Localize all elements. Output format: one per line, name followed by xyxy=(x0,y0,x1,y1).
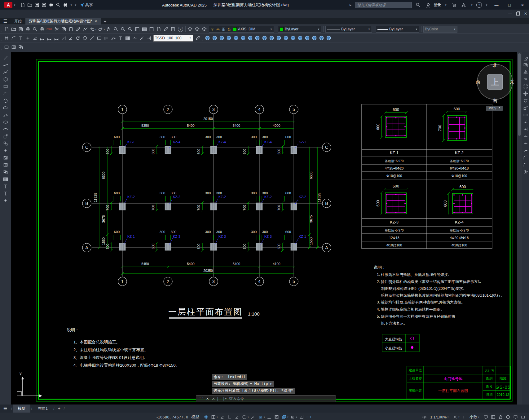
scrollbar-thumb[interactable] xyxy=(518,53,521,136)
signin-caret-icon[interactable]: ▼ xyxy=(444,4,447,7)
trim-icon[interactable] xyxy=(522,119,529,126)
layer-on-bulb-icon[interactable] xyxy=(210,27,215,31)
tssd-door-icon[interactable] xyxy=(225,35,232,42)
layer-dropdown-caret-icon[interactable]: ▼ xyxy=(270,28,272,31)
stretch-icon[interactable] xyxy=(522,112,529,118)
text-style-icon[interactable] xyxy=(2,190,9,197)
print-icon[interactable] xyxy=(62,2,69,8)
object-snap-2d-caret-icon[interactable]: ▼ xyxy=(263,416,265,418)
grid-icon[interactable] xyxy=(202,414,210,420)
tab-close-icon[interactable]: ✕ xyxy=(95,20,97,23)
point-style-icon[interactable] xyxy=(2,197,9,204)
tssd-paste-icon[interactable] xyxy=(218,35,225,42)
angle-axis-icon[interactable] xyxy=(31,35,38,42)
isolate-objects-icon[interactable] xyxy=(504,414,512,420)
undo-caret-icon[interactable]: ▼ xyxy=(95,28,97,30)
dynamic-input-icon[interactable] xyxy=(305,414,312,420)
join-icon[interactable] xyxy=(522,147,529,154)
explode-icon[interactable] xyxy=(522,169,529,175)
array-icon[interactable] xyxy=(522,83,529,90)
move-icon[interactable] xyxy=(522,90,529,97)
command-customize-icon[interactable] xyxy=(211,397,215,401)
command-recent-caret-icon[interactable]: ▼ xyxy=(225,398,227,400)
search-input[interactable] xyxy=(355,2,412,8)
plot-preview-icon[interactable] xyxy=(31,26,38,33)
lineweight-display-icon[interactable] xyxy=(265,414,273,420)
tssd-scale-caret-icon[interactable]: ▼ xyxy=(189,37,192,39)
command-close-icon[interactable]: ✕ xyxy=(206,397,209,401)
sheet-set-manager-icon[interactable] xyxy=(155,26,162,33)
paste-icon[interactable] xyxy=(67,26,74,33)
properties-icon[interactable] xyxy=(134,26,141,33)
new-icon[interactable] xyxy=(3,26,10,33)
vertical-scrollbar[interactable] xyxy=(517,52,522,405)
match-properties-icon[interactable] xyxy=(74,26,82,33)
dynamic-ucs-icon[interactable] xyxy=(298,414,305,420)
design-center-icon[interactable] xyxy=(141,26,148,33)
tssd-scale-dropdown[interactable]: TSSD_100_100 ▼ xyxy=(153,35,193,42)
tssd-brush-icon[interactable] xyxy=(194,35,201,42)
extend-icon[interactable] xyxy=(522,126,529,133)
tssd-copy-icon[interactable] xyxy=(211,35,218,42)
hatch-icon[interactable] xyxy=(2,154,9,161)
tssd-export-icon[interactable] xyxy=(325,35,332,42)
layer-properties-icon[interactable] xyxy=(187,26,194,33)
polyline-icon[interactable] xyxy=(2,69,9,76)
autodesk-caret-icon[interactable]: ▼ xyxy=(470,4,473,7)
layer-dropdown[interactable]: AXIS_DIM ▼ xyxy=(209,26,274,33)
infer-constraints-icon[interactable] xyxy=(218,414,226,420)
lineweight-dropdown[interactable]: ByLayer ▼ xyxy=(376,26,419,33)
save-as-icon[interactable] xyxy=(41,2,48,8)
quick-properties-icon[interactable] xyxy=(489,414,497,420)
workspace-caret-icon[interactable]: ▼ xyxy=(458,416,460,418)
layout-menu-icon[interactable]: ☰ xyxy=(0,405,11,412)
help-icon[interactable]: ? xyxy=(178,27,183,32)
app-store-cart-icon[interactable] xyxy=(450,2,457,8)
insert-block-icon[interactable] xyxy=(2,133,9,140)
spline-icon[interactable] xyxy=(2,112,9,118)
rectangle-icon[interactable] xyxy=(2,83,9,90)
batch-plot-icon[interactable] xyxy=(38,26,46,33)
search-icon[interactable] xyxy=(414,2,421,8)
linetype-dropdown-caret-icon[interactable]: ▼ xyxy=(368,28,370,31)
arc-icon[interactable] xyxy=(2,90,9,97)
region-icon[interactable] xyxy=(2,169,9,175)
ellipse-icon[interactable] xyxy=(2,119,9,126)
view-compass[interactable]: 北 西 东 南 上 xyxy=(476,62,514,103)
application-menu-button[interactable]: A xyxy=(4,2,12,8)
redo-caret-icon[interactable]: ▼ xyxy=(103,28,105,30)
close-button[interactable]: ✕ xyxy=(516,0,529,10)
compass-east-label[interactable]: 东 xyxy=(510,79,514,85)
offset-icon[interactable] xyxy=(522,76,529,83)
share-button[interactable]: 共享 xyxy=(80,2,93,8)
revision-cloud-icon[interactable] xyxy=(2,104,9,111)
table-icon[interactable] xyxy=(2,176,9,183)
model-space-button[interactable]: 模型 xyxy=(188,414,202,420)
hamburger-menu-icon[interactable]: ☰ xyxy=(0,18,11,24)
transparency-icon[interactable] xyxy=(273,414,280,420)
dim-linear-icon[interactable] xyxy=(38,35,46,42)
snap-mode-caret-icon[interactable]: ▼ xyxy=(216,416,218,418)
dim-radius-icon[interactable] xyxy=(74,35,81,42)
command-input-prompt[interactable]: 键入命令 xyxy=(229,396,244,401)
new-layout-button[interactable]: ＋ xyxy=(55,406,63,411)
fillet-icon[interactable] xyxy=(522,161,529,168)
annotation-visibility-icon[interactable] xyxy=(421,414,428,420)
signin-button[interactable]: 登录 xyxy=(434,2,441,8)
annotation-monitor-icon[interactable] xyxy=(482,414,489,420)
dim-diameter-icon[interactable] xyxy=(81,35,88,42)
linetype-dropdown[interactable]: ByLayer ▼ xyxy=(325,26,372,33)
compass-south-label[interactable]: 南 xyxy=(493,98,497,103)
column-insert-icon[interactable] xyxy=(95,35,103,42)
object-snap-tracking-icon[interactable] xyxy=(249,414,257,420)
layer-viewport-icon[interactable] xyxy=(222,27,226,31)
image-frame-icon[interactable] xyxy=(3,44,10,51)
compass-west-label[interactable]: 西 xyxy=(476,79,480,85)
copy-icon[interactable] xyxy=(60,26,67,33)
lineweight-dropdown-caret-icon[interactable]: ▼ xyxy=(415,28,418,31)
color-dropdown-caret-icon[interactable]: ▼ xyxy=(317,28,320,31)
tssd-stairs-icon[interactable] xyxy=(289,35,297,42)
beam-line-icon[interactable] xyxy=(88,35,95,42)
zoom-previous-icon[interactable] xyxy=(127,26,134,33)
autodesk-logo-icon[interactable] xyxy=(460,2,467,8)
